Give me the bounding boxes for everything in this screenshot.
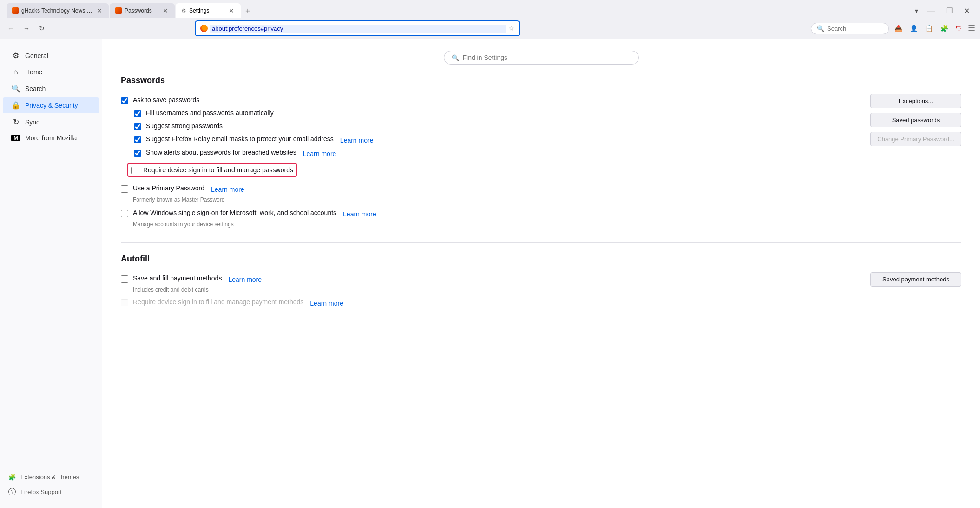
gear-icon: ⚙	[11, 51, 20, 60]
suggest-relay-checkbox[interactable]	[134, 136, 141, 143]
autofill-buttons-column: Saved payment methods	[859, 272, 961, 287]
require-payment-signin-label[interactable]: Require device sign in to fill and manag…	[121, 298, 303, 306]
sidebar-item-extensions[interactable]: 🧩 Extensions & Themes	[0, 470, 102, 484]
find-in-settings-input[interactable]	[463, 54, 631, 61]
extensions-icon[interactable]: 🧩	[939, 23, 950, 34]
ask-to-save-label[interactable]: Ask to save passwords	[121, 96, 199, 104]
section-divider	[121, 242, 961, 243]
require-device-signin-checkbox[interactable]	[131, 167, 138, 174]
windows-sso-learn-more-link[interactable]: Learn more	[343, 210, 376, 218]
tab-close-passwords[interactable]: ✕	[162, 7, 169, 14]
new-tab-button[interactable]: +	[242, 5, 254, 18]
save-payment-option: Save and fill payment methods Learn more	[121, 272, 859, 286]
suggest-relay-option: Suggest Firefox Relay email masks to pro…	[121, 133, 859, 146]
save-payment-learn-more-link[interactable]: Learn more	[228, 276, 262, 283]
show-alerts-label[interactable]: Show alerts about passwords for breached…	[134, 149, 296, 157]
require-payment-signin-checkbox[interactable]	[121, 299, 128, 306]
require-device-signin-option: Require device sign in to fill and manag…	[121, 160, 859, 180]
autofill-title: Autofill	[121, 254, 961, 264]
ask-to-save-checkbox[interactable]	[121, 97, 128, 104]
firefox-logo-icon	[200, 25, 208, 32]
require-device-signin-label[interactable]: Require device sign in to fill and manag…	[131, 166, 293, 174]
sidebar-item-general[interactable]: ⚙ General	[3, 47, 99, 64]
minimize-button[interactable]: —	[926, 5, 937, 17]
fill-auto-label[interactable]: Fill usernames and passwords automatical…	[134, 109, 274, 117]
primary-password-label[interactable]: Use a Primary Password	[121, 184, 204, 193]
tab-title-passwords: Passwords	[125, 7, 159, 14]
shield-icon[interactable]: 🛡	[954, 23, 964, 34]
help-icon: ?	[8, 488, 16, 495]
tab-close-settings[interactable]: ✕	[228, 7, 235, 14]
tab-settings[interactable]: ⚙ Settings ✕	[176, 3, 241, 18]
primary-password-learn-more-link[interactable]: Learn more	[211, 186, 244, 193]
find-settings-input-wrapper[interactable]: 🔍	[444, 51, 639, 65]
change-primary-password-button[interactable]: Change Primary Password...	[870, 132, 961, 146]
primary-password-text: Use a Primary Password	[133, 184, 204, 192]
sidebar-item-home[interactable]: ⌂ Home	[3, 64, 99, 80]
suggest-relay-learn-more-link[interactable]: Learn more	[340, 137, 374, 144]
reload-button[interactable]: ↻	[36, 23, 47, 34]
passwords-section: Passwords Ask to save passwords	[121, 76, 961, 228]
extensions-footer-icon: 🧩	[8, 474, 16, 481]
save-payment-checkbox[interactable]	[121, 275, 128, 283]
hamburger-menu-icon[interactable]: ☰	[968, 23, 975, 33]
search-icon: 🔍	[817, 25, 824, 32]
sync-account-icon[interactable]: 👤	[908, 23, 920, 34]
sidebar-item-sync[interactable]: ↻ Sync	[3, 114, 99, 130]
find-search-icon: 🔍	[452, 54, 459, 61]
windows-sso-option: Allow Windows single sign-on for Microso…	[121, 207, 859, 220]
bookmark-star-icon[interactable]: ☆	[508, 25, 514, 32]
require-payment-learn-more-link[interactable]: Learn more	[310, 300, 343, 307]
tab-favicon-passwords	[115, 7, 122, 14]
maximize-button[interactable]: ❐	[944, 5, 954, 17]
search-bar[interactable]: 🔍	[811, 23, 889, 34]
primary-password-sub: Formerly known as Master Password	[121, 196, 859, 203]
save-payment-sub: Includes credit and debit cards	[121, 287, 859, 293]
sidebar-item-mozilla[interactable]: M More from Mozilla	[3, 130, 99, 145]
suggest-strong-option: Suggest strong passwords	[121, 120, 859, 133]
container-icon[interactable]: 📋	[923, 23, 935, 34]
forward-button[interactable]: →	[20, 23, 33, 34]
windows-sso-checkbox[interactable]	[121, 210, 128, 217]
sidebar-search-label: Search	[25, 85, 46, 92]
sidebar-nav: ⚙ General ⌂ Home 🔍 Search 🔒 Privacy & Se…	[0, 47, 102, 460]
windows-sso-label[interactable]: Allow Windows single sign-on for Microso…	[121, 209, 336, 217]
autofill-section: Autofill Save and fill payment methods L…	[121, 254, 961, 309]
save-to-pocket-icon[interactable]: 📥	[893, 23, 904, 34]
sidebar-footer: 🧩 Extensions & Themes ? Firefox Support	[0, 466, 102, 503]
lock-icon: 🔒	[11, 101, 20, 110]
close-button[interactable]: ✕	[962, 5, 972, 17]
tab-close-ghacks[interactable]: ✕	[96, 7, 103, 14]
back-button[interactable]: ←	[5, 23, 17, 34]
save-payment-label[interactable]: Save and fill payment methods	[121, 274, 222, 283]
sidebar-item-privacy[interactable]: 🔒 Privacy & Security	[3, 97, 99, 113]
sidebar-item-support[interactable]: ? Firefox Support	[0, 484, 102, 499]
windows-sso-sub: Manage accounts in your device settings	[121, 221, 859, 228]
suggest-strong-label[interactable]: Suggest strong passwords	[134, 122, 223, 130]
suggest-relay-label[interactable]: Suggest Firefox Relay email masks to pro…	[134, 135, 334, 143]
find-in-settings-bar: 🔍	[121, 51, 961, 65]
show-alerts-option: Show alerts about passwords for breached…	[121, 146, 859, 160]
primary-password-checkbox[interactable]	[121, 185, 128, 193]
tab-ghacks[interactable]: gHacks Technology News and Advi ✕	[7, 3, 109, 18]
require-payment-signin-option: Require device sign in to fill and manag…	[121, 296, 859, 309]
saved-payment-methods-button[interactable]: Saved payment methods	[870, 272, 961, 287]
mozilla-icon: M	[11, 135, 20, 141]
url-text: about:preferences#privacy	[210, 25, 506, 33]
sidebar-item-search[interactable]: 🔍 Search	[3, 80, 99, 97]
fill-auto-checkbox[interactable]	[134, 110, 141, 117]
exceptions-button[interactable]: Exceptions...	[870, 94, 961, 108]
show-alerts-learn-more-link[interactable]: Learn more	[303, 150, 336, 157]
tab-favicon-ghacks	[12, 7, 19, 14]
saved-passwords-button[interactable]: Saved passwords	[870, 113, 961, 127]
search-input[interactable]	[827, 25, 883, 32]
passwords-title: Passwords	[121, 76, 961, 85]
tab-passwords[interactable]: Passwords ✕	[110, 3, 175, 18]
show-alerts-text: Show alerts about passwords for breached…	[146, 149, 296, 156]
suggest-relay-text: Suggest Firefox Relay email masks to pro…	[146, 135, 334, 143]
url-bar[interactable]: about:preferences#privacy ☆	[195, 20, 520, 36]
tab-list-button[interactable]: ▾	[915, 7, 918, 14]
suggest-strong-checkbox[interactable]	[134, 123, 141, 130]
show-alerts-checkbox[interactable]	[134, 150, 141, 157]
passwords-buttons-column: Exceptions... Saved passwords Change Pri…	[859, 94, 961, 146]
